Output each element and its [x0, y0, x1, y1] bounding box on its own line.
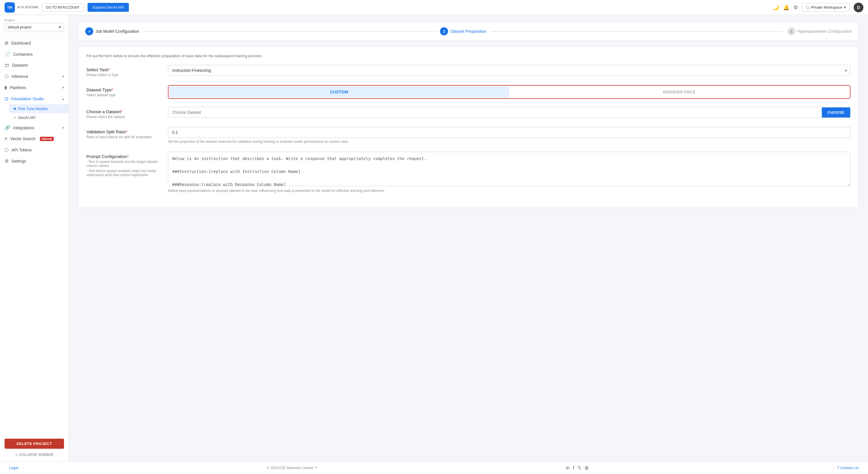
dashboard-icon: ⊞: [5, 40, 8, 46]
myaccount-button[interactable]: GO TO MYACCOUNT: [42, 3, 84, 11]
subitem-label: Fine Tune Models: [18, 107, 48, 111]
dataset-type-row: Dataset Type* Select dataset type CUSTOM…: [86, 85, 850, 99]
moon-icon[interactable]: 🌙: [773, 4, 779, 11]
chevron-down-icon: ▾: [62, 126, 64, 130]
contact-us-link[interactable]: ? Contact Us: [837, 466, 859, 470]
layout: Project default-project ▾ ⊞ Dashboard 📄 …: [0, 15, 868, 462]
required-indicator: *: [112, 87, 113, 92]
sidebar-item-label: Dashboard: [11, 41, 31, 46]
twitter-icon[interactable]: 𝕏: [578, 465, 581, 471]
linkedin-icon[interactable]: in: [566, 465, 569, 471]
bell-icon[interactable]: 🔔: [783, 4, 789, 11]
choose-dataset-button[interactable]: CHOOSE: [822, 108, 850, 118]
choose-dataset-input[interactable]: [168, 107, 822, 118]
select-task-label-col: Select Task* Please Select a Task: [86, 65, 161, 77]
step-divider-1: [144, 31, 436, 32]
select-task-sub-label: Please Select a Task: [86, 73, 161, 77]
form-section: Fill out the form below to ensure the ef…: [78, 47, 859, 208]
logo-icon: TIR: [5, 2, 15, 12]
step1-label: Job Model Configuration: [96, 29, 139, 34]
question-icon: ?: [837, 466, 839, 470]
sidebar-item-label: Inference: [11, 74, 28, 79]
sidebar-item-foundation-studio[interactable]: ⊡ Foundation Studio ▴: [0, 93, 69, 104]
choose-dataset-row: Choose a Dataset* Please select the data…: [86, 107, 850, 119]
step2-circle: 2: [440, 27, 448, 35]
collapse-sidebar-button[interactable]: « COLLAPSE SIDEBAR: [5, 452, 64, 458]
avatar[interactable]: D: [854, 3, 863, 12]
task-select-wrapper: Instruction-Finetuning ▾: [168, 65, 850, 76]
footer-legal-link[interactable]: Legal: [9, 466, 19, 470]
dataset-type-huggingface-button[interactable]: HUGGING FACE: [509, 86, 849, 98]
prompt-config-textarea[interactable]: Below is an instruction that describes a…: [168, 152, 850, 186]
project-name: default-project: [8, 25, 31, 29]
sidebar-subitem-fine-tune-models[interactable]: Fine Tune Models: [9, 104, 69, 113]
delete-project-button[interactable]: DELETE PROJECT: [5, 439, 64, 449]
sidebar-item-label: Containers: [13, 52, 33, 57]
step1-circle: ✓: [85, 27, 93, 35]
validation-split-label-col: Validation Split Ratio* Ratio of input d…: [86, 127, 161, 139]
dataset-type-toggle: CUSTOM HUGGING FACE: [168, 85, 850, 99]
contact-us-label: Contact Us: [840, 466, 859, 470]
inactive-dot-icon: [14, 117, 16, 119]
validation-split-input[interactable]: [168, 127, 850, 138]
task-select[interactable]: Instruction-Finetuning: [168, 65, 850, 76]
required-indicator: *: [126, 129, 127, 134]
workspace-button[interactable]: ⬡ Private Workspace ▾: [802, 3, 849, 12]
step3-label: Hyperparameter Configuration: [798, 29, 851, 34]
sidebar-item-inference[interactable]: ⬡ Inference ▾: [0, 71, 69, 82]
choose-dataset-label-col: Choose a Dataset* Please select the data…: [86, 107, 161, 119]
api-tokens-icon: ⬡: [5, 147, 9, 152]
sidebar-item-containers[interactable]: 📄 Containers: [0, 49, 69, 60]
sidebar-subitem-genai-api[interactable]: GenAI API: [9, 113, 69, 122]
pipelines-icon: ⧫: [5, 85, 7, 90]
validation-split-hint: Set the proportion of the dataset reserv…: [168, 140, 850, 144]
foundation-studio-subnav: Fine Tune Models GenAI API: [0, 104, 69, 122]
chevron-left-icon: «: [15, 453, 17, 457]
subitem-label: GenAI API: [18, 116, 36, 120]
step-2: 2 Dataset Preparation: [440, 27, 486, 35]
sidebar-project: Project default-project ▾: [0, 15, 69, 35]
choose-dataset-label: Choose a Dataset*: [86, 109, 161, 114]
logo-sub-text: AI PLATFORM: [17, 5, 38, 9]
sidebar-item-settings[interactable]: ⚙ Settings: [0, 155, 69, 167]
gear-icon[interactable]: ⚙: [794, 4, 798, 11]
chevron-down-icon: ▾: [62, 75, 64, 79]
main-content: ✓ Job Model Configuration 2 Dataset Prep…: [69, 15, 868, 462]
active-dot-icon: [14, 108, 16, 110]
chevron-up-icon: ▴: [62, 97, 64, 101]
sidebar-item-datasets[interactable]: 🗃 Datasets: [0, 60, 69, 71]
choose-dataset-field: CHOOSE: [168, 107, 850, 118]
sidebar-item-pipelines[interactable]: ⧫ Pipelines ▾: [0, 82, 69, 93]
required-indicator: *: [127, 154, 129, 159]
chevron-down-icon: ▾: [844, 5, 846, 9]
dataset-type-sub-label: Select dataset type: [86, 93, 161, 97]
logo-text: TIR: [7, 6, 12, 9]
facebook-icon[interactable]: f: [573, 465, 574, 471]
validation-split-label: Validation Split Ratio*: [86, 129, 161, 134]
sidebar-item-label: API Tokens: [11, 148, 32, 152]
project-select[interactable]: default-project ▾: [5, 23, 64, 31]
sidebar-item-dashboard[interactable]: ⊞ Dashboard: [0, 37, 69, 49]
explore-genai-button[interactable]: Explore GenAI API: [88, 3, 129, 12]
sidebar-item-integrations[interactable]: 🔗 Integrations ▾: [0, 122, 69, 133]
sidebar-item-label: Vector Search: [10, 137, 35, 141]
rss-icon[interactable]: ⊞: [585, 465, 588, 471]
step-divider-2: [491, 31, 783, 32]
sidebar-item-label: Foundation Studio: [11, 96, 44, 101]
datasets-icon: 🗃: [5, 63, 9, 68]
sidebar-item-api-tokens[interactable]: ⬡ API Tokens: [0, 144, 69, 155]
sidebar-item-label: Pipelines: [10, 85, 26, 90]
dataset-type-custom-button[interactable]: CUSTOM: [169, 86, 509, 98]
step3-circle: 3: [787, 27, 795, 35]
logo-area: TIR AI PLATFORM: [5, 2, 38, 12]
navbar-right: 🌙 🔔 ⚙ ⬡ Private Workspace ▾ D: [773, 3, 863, 12]
internal-badge: Internal: [40, 137, 54, 141]
form-description: Fill out the form below to ensure the ef…: [86, 54, 850, 58]
prompt-config-sub-label-2: - Text before square brackets helps the …: [86, 169, 161, 177]
inference-icon: ⬡: [5, 73, 9, 79]
project-label: Project: [5, 19, 64, 22]
select-task-field: Instruction-Finetuning ▾: [168, 65, 850, 76]
sidebar-item-vector-search[interactable]: ≡ Vector Search Internal: [0, 133, 69, 144]
navbar-left: TIR AI PLATFORM GO TO MYACCOUNT Explore …: [5, 2, 129, 12]
sidebar: Project default-project ▾ ⊞ Dashboard 📄 …: [0, 15, 69, 462]
